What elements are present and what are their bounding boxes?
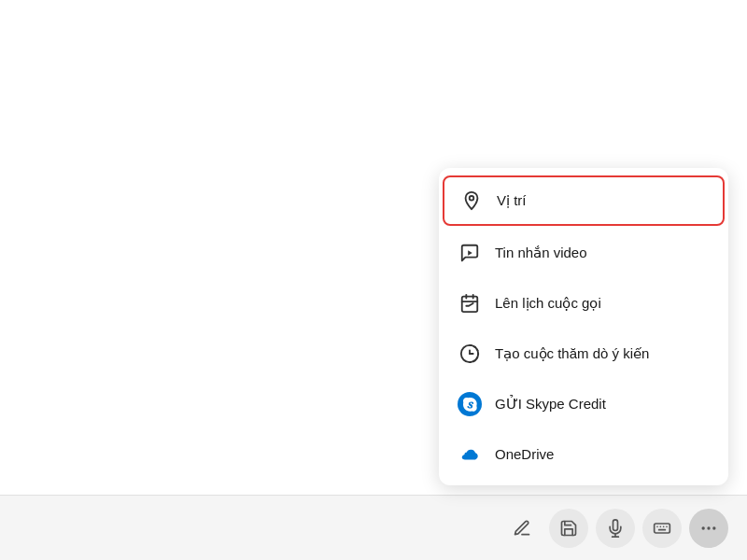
menu-item-onedrive-label: OneDrive (495, 445, 554, 464)
menu-item-len-lich-cuoc-goi[interactable]: Lên lịch cuộc gọi (439, 278, 728, 329)
skype-icon (458, 392, 482, 416)
menu-item-len-lich-cuoc-goi-label: Lên lịch cuộc gọi (495, 294, 601, 313)
mic-button[interactable] (596, 509, 635, 548)
pen-button[interactable] (502, 509, 542, 548)
onedrive-icon (458, 442, 482, 467)
menu-item-tin-nhan-video[interactable]: Tin nhắn video (439, 228, 728, 278)
menu-item-vi-tri-label: Vị trí (497, 191, 527, 210)
menu-item-gui-skype-credit-label: GỬI Skype Credit (495, 395, 606, 413)
svg-rect-2 (462, 297, 478, 313)
menu-item-gui-skype-credit[interactable]: GỬI Skype Credit (439, 379, 728, 429)
menu-item-tao-cuoc-tham-do[interactable]: Tạo cuộc thăm dò ý kiến (439, 329, 728, 379)
poll-icon (458, 342, 482, 366)
save-button[interactable] (549, 509, 588, 548)
schedule-call-icon (458, 291, 482, 315)
menu-item-tao-cuoc-tham-do-label: Tạo cuộc thăm dò ý kiến (495, 344, 649, 363)
menu-item-onedrive[interactable]: OneDrive (439, 429, 728, 480)
dropdown-menu: Vị trí Tin nhắn video (439, 168, 728, 485)
video-message-icon (458, 241, 482, 265)
menu-item-tin-nhan-video-label: Tin nhắn video (495, 244, 587, 262)
svg-point-18 (707, 526, 710, 529)
svg-point-0 (470, 196, 474, 201)
svg-point-19 (712, 526, 715, 529)
menu-item-vi-tri[interactable]: Vị trí (443, 175, 725, 226)
svg-point-17 (702, 526, 705, 529)
more-button[interactable] (689, 509, 728, 548)
svg-marker-1 (468, 250, 472, 256)
location-icon (459, 189, 484, 213)
toolbar (0, 495, 747, 560)
main-area: Vị trí Tin nhắn video (0, 0, 747, 560)
svg-rect-11 (655, 524, 670, 533)
keyboard-button[interactable] (642, 509, 682, 548)
